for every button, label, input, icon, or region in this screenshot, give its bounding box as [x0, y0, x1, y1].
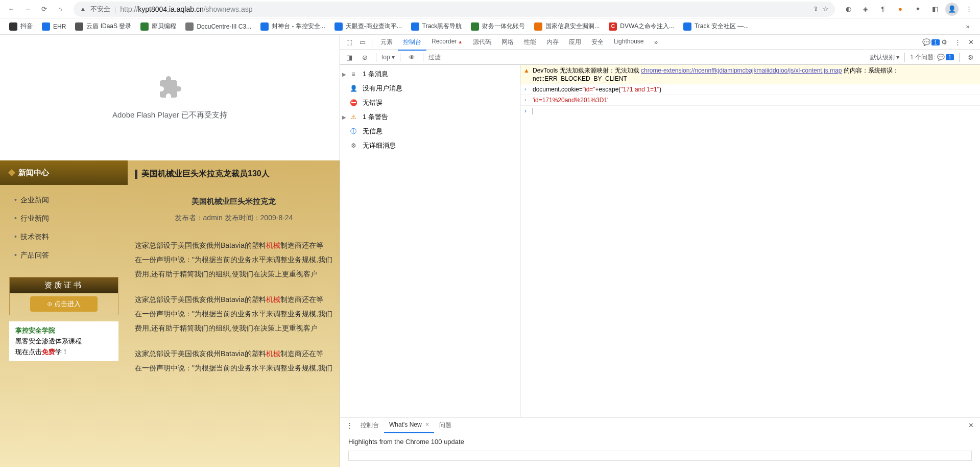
ad-box[interactable]: 掌控安全学院 黑客安全渗透体系课程 现在点击免费学！ — [9, 321, 118, 361]
sidebar-item[interactable]: 产品问答 — [0, 246, 128, 265]
dt-menu-icon[interactable]: ⋮ — [951, 36, 964, 49]
devtools-tab[interactable]: Recorder — [426, 35, 468, 50]
level-select[interactable]: 默认级别 ▾ — [870, 53, 899, 62]
settings-icon[interactable]: ⚙ — [938, 36, 950, 49]
ext-icon-2[interactable]: ◈ — [858, 2, 873, 16]
sidebar-item[interactable]: 企业新闻 — [0, 191, 128, 209]
back-button[interactable]: ← — [4, 2, 18, 16]
console-input-echo: › document.cookie="id="+escape("171 and … — [520, 84, 980, 95]
message-filter-item[interactable]: ⚙无详细消息 — [340, 138, 520, 153]
bookmark-label: Track 安全社区 —... — [695, 22, 749, 31]
bookmark-item[interactable]: 财务一体化账号 — [467, 20, 529, 33]
device-icon[interactable]: ▭ — [356, 36, 369, 49]
bookmark-item[interactable]: DocuCentre-III C3... — [181, 20, 255, 33]
list-icon: ≡ — [349, 70, 357, 78]
bookmark-label: 廓贝编程 — [152, 22, 176, 31]
drawer-tab[interactable]: What's New × — [384, 418, 434, 433]
message-filter-item[interactable]: 👤没有用户消息 — [340, 81, 520, 96]
bookmark-favicon — [471, 22, 479, 31]
drawer-tab[interactable]: 问题 — [434, 418, 457, 433]
bookmark-favicon — [42, 22, 50, 31]
bookmark-label: Track黑客导航 — [422, 22, 462, 31]
flash-message: Adobe Flash Player 已不再受支持 — [112, 110, 227, 120]
message-filter-item[interactable]: ⓘ无信息 — [340, 124, 520, 138]
bookmark-item[interactable]: 廓贝编程 — [136, 20, 180, 33]
extensions-icon[interactable]: ✦ — [911, 2, 925, 16]
bookmark-favicon — [185, 22, 194, 31]
bookmark-favicon — [534, 22, 542, 31]
close-tab-icon[interactable]: × — [424, 421, 429, 428]
devtools-tab[interactable]: 安全 — [586, 35, 609, 50]
bookmark-favicon — [334, 22, 343, 31]
bookmark-item[interactable]: Track 安全社区 —... — [679, 20, 753, 33]
more-tabs[interactable]: » — [650, 36, 662, 49]
devtools-tab[interactable]: 应用 — [564, 35, 586, 50]
profile-avatar[interactable]: 👤 — [945, 3, 959, 16]
issues-badge[interactable]: 💬1 — [925, 36, 937, 49]
forward-button[interactable]: → — [20, 2, 35, 16]
bookmark-item[interactable]: 国家信息安全漏洞... — [530, 20, 604, 33]
devtools-tab[interactable]: 网络 — [496, 35, 519, 50]
message-filter-item[interactable]: ▶≡1 条消息 — [340, 67, 520, 81]
clear-console-icon[interactable]: ⊘ — [358, 51, 371, 63]
drawer-menu-icon[interactable]: ⋮ — [343, 419, 355, 431]
address-bar[interactable]: ▲ 不安全 | http://kypt8004.ia.aqlab.cn/show… — [74, 2, 835, 17]
bookmark-label: 封神台 - 掌控安全... — [272, 22, 325, 31]
drawer-close[interactable]: ✕ — [965, 419, 977, 431]
sourcemap-link[interactable]: chrome-extension://ncennffkjdiamlpmcbajk… — [641, 67, 842, 74]
devtools-tab[interactable]: 控制台 — [398, 35, 426, 51]
bookmark-item[interactable]: CDVWA之命令注入... — [605, 20, 678, 33]
share-icon[interactable]: ⇪ — [813, 5, 819, 13]
context-select[interactable]: top ▾ — [381, 54, 395, 61]
message-filter-item[interactable]: ▶⚠1 条警告 — [340, 110, 520, 124]
sidebar-toggle-icon[interactable]: ◨ — [343, 51, 355, 63]
bookmark-item[interactable]: Track黑客导航 — [407, 20, 466, 33]
filter-input[interactable] — [428, 54, 646, 61]
bookmark-item[interactable]: 天眼查-商业查询平... — [330, 20, 406, 33]
devtools-tab[interactable]: 源代码 — [468, 35, 496, 50]
message-filter-item[interactable]: ⛔无错误 — [340, 96, 520, 110]
bookmark-favicon — [683, 22, 691, 31]
bookmark-label: DocuCentre-III C3... — [197, 23, 251, 30]
bookmark-favicon — [260, 22, 269, 31]
bookmark-label: 抖音 — [20, 22, 33, 31]
insecure-icon: ▲ — [80, 5, 86, 13]
devtools-tab[interactable]: 内存 — [541, 35, 564, 50]
bookmark-favicon: C — [609, 22, 617, 31]
filter-label: 1 条消息 — [363, 69, 388, 79]
bookmark-item[interactable]: 抖音 — [5, 20, 37, 33]
sidebar-item[interactable]: 技术资料 — [0, 228, 128, 246]
bookmark-item[interactable]: 云盾 IDaaS 登录 — [71, 20, 135, 33]
panel-icon[interactable]: ◧ — [928, 2, 942, 16]
devtools-tab[interactable]: 性能 — [519, 35, 541, 50]
pilcrow-icon[interactable]: ¶ — [876, 2, 890, 16]
drawer-tab[interactable]: 控制台 — [355, 418, 384, 433]
article-title: 美国机械业巨头米拉克龙裁员130人 — [135, 160, 332, 186]
inspect-icon[interactable]: ⬚ — [343, 36, 355, 49]
close-devtools[interactable]: ✕ — [965, 36, 977, 49]
ext-icon-1[interactable]: ◐ — [841, 2, 855, 16]
bookmark-label: EHR — [53, 23, 66, 30]
console-settings-icon[interactable]: ⚙ — [965, 51, 977, 63]
console-prompt[interactable] — [520, 106, 980, 116]
devtools-tab[interactable]: Lighthouse — [609, 35, 649, 50]
filter-label: 无错误 — [363, 98, 383, 107]
star-icon[interactable]: ☆ — [823, 5, 829, 13]
home-button[interactable]: ⌂ — [53, 2, 67, 16]
bookmark-item[interactable]: EHR — [38, 20, 70, 33]
sidebar-item[interactable]: 行业新闻 — [0, 209, 128, 228]
url-text: http://kypt8004.ia.aqlab.cn/shownews.asp — [120, 5, 809, 13]
devtools-tab[interactable]: 元素 — [375, 35, 398, 50]
issues-count[interactable]: 1 个问题: 💬1 — [910, 53, 954, 62]
expand-arrow-icon: ▶ — [342, 114, 346, 120]
eye-icon[interactable]: 👁 — [405, 51, 418, 63]
ext-icon-cookie[interactable]: ● — [893, 2, 907, 16]
bookmarks-overflow[interactable]: » — [961, 19, 975, 34]
warn-icon: ⚠ — [349, 113, 357, 121]
reload-button[interactable]: ⟳ — [37, 2, 51, 16]
bookmark-favicon — [75, 22, 83, 31]
bookmark-item[interactable]: 封神台 - 掌控安全... — [256, 20, 329, 33]
menu-icon[interactable]: ⋮ — [962, 2, 976, 16]
cert-button[interactable]: ⊙ 点击进入 — [30, 296, 98, 312]
err-icon: ⛔ — [349, 99, 357, 107]
